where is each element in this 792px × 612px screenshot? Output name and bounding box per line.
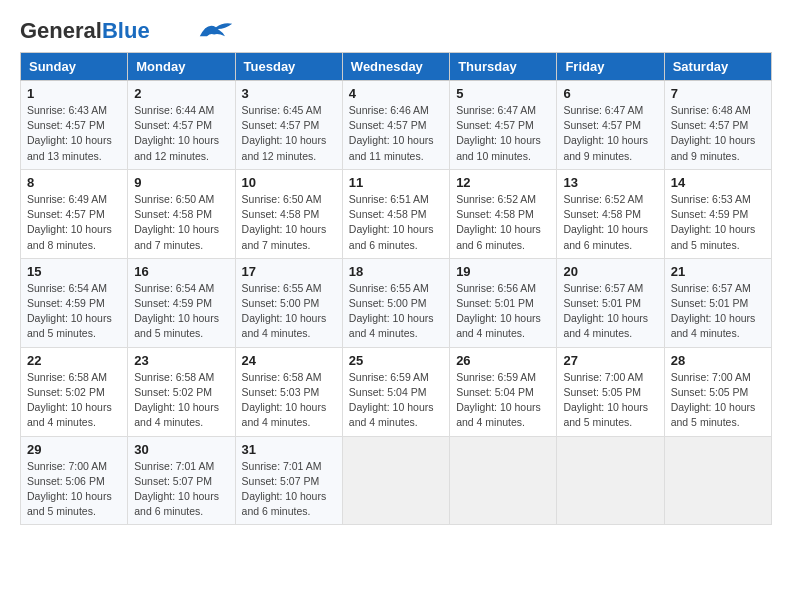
day-info: Sunrise: 6:59 AMSunset: 5:04 PMDaylight:… (349, 370, 443, 431)
day-info: Sunrise: 6:59 AMSunset: 5:04 PMDaylight:… (456, 370, 550, 431)
day-info: Sunrise: 6:55 AMSunset: 5:00 PMDaylight:… (242, 281, 336, 342)
day-number: 25 (349, 353, 443, 368)
day-info: Sunrise: 6:58 AMSunset: 5:02 PMDaylight:… (27, 370, 121, 431)
calendar-cell: 27Sunrise: 7:00 AMSunset: 5:05 PMDayligh… (557, 347, 664, 436)
weekday-header-row: SundayMondayTuesdayWednesdayThursdayFrid… (21, 53, 772, 81)
calendar-cell (450, 436, 557, 525)
page-header: GeneralBlue (20, 20, 772, 42)
day-info: Sunrise: 7:00 AMSunset: 5:05 PMDaylight:… (563, 370, 657, 431)
calendar-cell: 30Sunrise: 7:01 AMSunset: 5:07 PMDayligh… (128, 436, 235, 525)
calendar-cell: 8Sunrise: 6:49 AMSunset: 4:57 PMDaylight… (21, 169, 128, 258)
day-number: 22 (27, 353, 121, 368)
day-info: Sunrise: 6:49 AMSunset: 4:57 PMDaylight:… (27, 192, 121, 253)
day-info: Sunrise: 6:51 AMSunset: 4:58 PMDaylight:… (349, 192, 443, 253)
day-number: 4 (349, 86, 443, 101)
logo-text: GeneralBlue (20, 20, 150, 42)
day-number: 24 (242, 353, 336, 368)
day-info: Sunrise: 6:57 AMSunset: 5:01 PMDaylight:… (671, 281, 765, 342)
weekday-header-thursday: Thursday (450, 53, 557, 81)
calendar-cell: 4Sunrise: 6:46 AMSunset: 4:57 PMDaylight… (342, 81, 449, 170)
week-row-5: 29Sunrise: 7:00 AMSunset: 5:06 PMDayligh… (21, 436, 772, 525)
calendar-cell: 3Sunrise: 6:45 AMSunset: 4:57 PMDaylight… (235, 81, 342, 170)
calendar-cell: 5Sunrise: 6:47 AMSunset: 4:57 PMDaylight… (450, 81, 557, 170)
day-info: Sunrise: 6:54 AMSunset: 4:59 PMDaylight:… (27, 281, 121, 342)
day-number: 19 (456, 264, 550, 279)
day-info: Sunrise: 7:01 AMSunset: 5:07 PMDaylight:… (134, 459, 228, 520)
week-row-2: 8Sunrise: 6:49 AMSunset: 4:57 PMDaylight… (21, 169, 772, 258)
day-info: Sunrise: 6:50 AMSunset: 4:58 PMDaylight:… (134, 192, 228, 253)
calendar-cell: 19Sunrise: 6:56 AMSunset: 5:01 PMDayligh… (450, 258, 557, 347)
day-number: 27 (563, 353, 657, 368)
calendar-cell: 28Sunrise: 7:00 AMSunset: 5:05 PMDayligh… (664, 347, 771, 436)
weekday-header-monday: Monday (128, 53, 235, 81)
calendar-cell: 26Sunrise: 6:59 AMSunset: 5:04 PMDayligh… (450, 347, 557, 436)
day-number: 21 (671, 264, 765, 279)
week-row-4: 22Sunrise: 6:58 AMSunset: 5:02 PMDayligh… (21, 347, 772, 436)
day-info: Sunrise: 6:52 AMSunset: 4:58 PMDaylight:… (563, 192, 657, 253)
day-number: 9 (134, 175, 228, 190)
weekday-header-sunday: Sunday (21, 53, 128, 81)
calendar-cell: 14Sunrise: 6:53 AMSunset: 4:59 PMDayligh… (664, 169, 771, 258)
weekday-header-tuesday: Tuesday (235, 53, 342, 81)
calendar-cell: 15Sunrise: 6:54 AMSunset: 4:59 PMDayligh… (21, 258, 128, 347)
calendar-cell: 16Sunrise: 6:54 AMSunset: 4:59 PMDayligh… (128, 258, 235, 347)
day-info: Sunrise: 6:52 AMSunset: 4:58 PMDaylight:… (456, 192, 550, 253)
day-number: 31 (242, 442, 336, 457)
logo-bird-icon (198, 20, 234, 40)
day-number: 29 (27, 442, 121, 457)
day-number: 26 (456, 353, 550, 368)
day-number: 18 (349, 264, 443, 279)
calendar-cell: 10Sunrise: 6:50 AMSunset: 4:58 PMDayligh… (235, 169, 342, 258)
day-info: Sunrise: 6:47 AMSunset: 4:57 PMDaylight:… (456, 103, 550, 164)
calendar-cell: 18Sunrise: 6:55 AMSunset: 5:00 PMDayligh… (342, 258, 449, 347)
day-info: Sunrise: 6:48 AMSunset: 4:57 PMDaylight:… (671, 103, 765, 164)
calendar-cell: 9Sunrise: 6:50 AMSunset: 4:58 PMDaylight… (128, 169, 235, 258)
day-info: Sunrise: 6:53 AMSunset: 4:59 PMDaylight:… (671, 192, 765, 253)
calendar-cell: 7Sunrise: 6:48 AMSunset: 4:57 PMDaylight… (664, 81, 771, 170)
day-info: Sunrise: 6:43 AMSunset: 4:57 PMDaylight:… (27, 103, 121, 164)
calendar-cell: 17Sunrise: 6:55 AMSunset: 5:00 PMDayligh… (235, 258, 342, 347)
calendar-cell: 25Sunrise: 6:59 AMSunset: 5:04 PMDayligh… (342, 347, 449, 436)
day-info: Sunrise: 6:45 AMSunset: 4:57 PMDaylight:… (242, 103, 336, 164)
day-info: Sunrise: 7:01 AMSunset: 5:07 PMDaylight:… (242, 459, 336, 520)
day-number: 17 (242, 264, 336, 279)
day-info: Sunrise: 6:47 AMSunset: 4:57 PMDaylight:… (563, 103, 657, 164)
calendar-cell: 12Sunrise: 6:52 AMSunset: 4:58 PMDayligh… (450, 169, 557, 258)
calendar-cell (557, 436, 664, 525)
day-info: Sunrise: 6:56 AMSunset: 5:01 PMDaylight:… (456, 281, 550, 342)
day-info: Sunrise: 6:50 AMSunset: 4:58 PMDaylight:… (242, 192, 336, 253)
calendar-cell: 22Sunrise: 6:58 AMSunset: 5:02 PMDayligh… (21, 347, 128, 436)
calendar-cell: 11Sunrise: 6:51 AMSunset: 4:58 PMDayligh… (342, 169, 449, 258)
day-info: Sunrise: 7:00 AMSunset: 5:06 PMDaylight:… (27, 459, 121, 520)
calendar-cell: 21Sunrise: 6:57 AMSunset: 5:01 PMDayligh… (664, 258, 771, 347)
day-number: 2 (134, 86, 228, 101)
day-info: Sunrise: 6:46 AMSunset: 4:57 PMDaylight:… (349, 103, 443, 164)
day-number: 13 (563, 175, 657, 190)
logo: GeneralBlue (20, 20, 234, 42)
day-number: 12 (456, 175, 550, 190)
day-number: 15 (27, 264, 121, 279)
day-info: Sunrise: 6:57 AMSunset: 5:01 PMDaylight:… (563, 281, 657, 342)
day-number: 20 (563, 264, 657, 279)
week-row-3: 15Sunrise: 6:54 AMSunset: 4:59 PMDayligh… (21, 258, 772, 347)
calendar-cell: 13Sunrise: 6:52 AMSunset: 4:58 PMDayligh… (557, 169, 664, 258)
day-number: 28 (671, 353, 765, 368)
calendar-table: SundayMondayTuesdayWednesdayThursdayFrid… (20, 52, 772, 525)
weekday-header-wednesday: Wednesday (342, 53, 449, 81)
day-number: 8 (27, 175, 121, 190)
day-info: Sunrise: 6:58 AMSunset: 5:02 PMDaylight:… (134, 370, 228, 431)
calendar-cell: 29Sunrise: 7:00 AMSunset: 5:06 PMDayligh… (21, 436, 128, 525)
day-info: Sunrise: 6:54 AMSunset: 4:59 PMDaylight:… (134, 281, 228, 342)
calendar-cell (342, 436, 449, 525)
day-number: 14 (671, 175, 765, 190)
week-row-1: 1Sunrise: 6:43 AMSunset: 4:57 PMDaylight… (21, 81, 772, 170)
day-info: Sunrise: 6:44 AMSunset: 4:57 PMDaylight:… (134, 103, 228, 164)
day-number: 6 (563, 86, 657, 101)
calendar-cell: 1Sunrise: 6:43 AMSunset: 4:57 PMDaylight… (21, 81, 128, 170)
weekday-header-friday: Friday (557, 53, 664, 81)
day-info: Sunrise: 6:55 AMSunset: 5:00 PMDaylight:… (349, 281, 443, 342)
day-number: 1 (27, 86, 121, 101)
calendar-cell: 31Sunrise: 7:01 AMSunset: 5:07 PMDayligh… (235, 436, 342, 525)
calendar-cell: 20Sunrise: 6:57 AMSunset: 5:01 PMDayligh… (557, 258, 664, 347)
calendar-cell: 24Sunrise: 6:58 AMSunset: 5:03 PMDayligh… (235, 347, 342, 436)
